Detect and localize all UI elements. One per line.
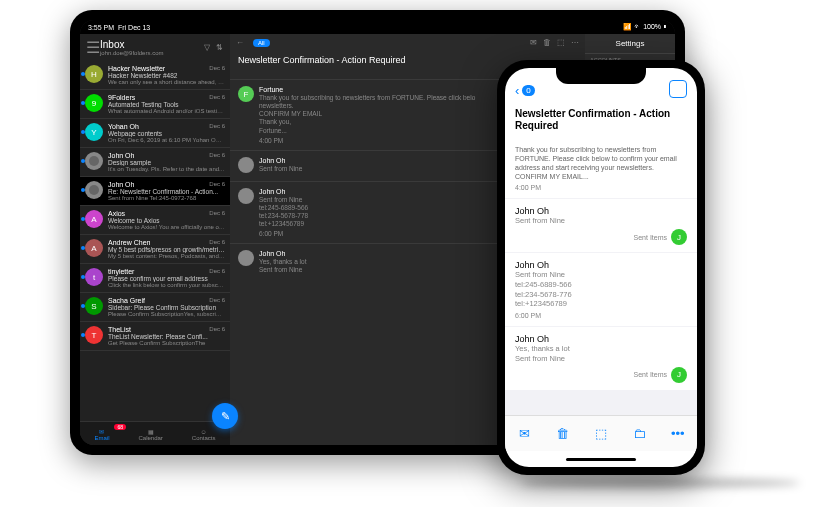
trash-icon[interactable]: 🗑 xyxy=(555,426,571,442)
account-email: john.doe@9folders.com xyxy=(100,50,204,56)
back-icon[interactable]: ← xyxy=(236,38,244,47)
chat-icon[interactable] xyxy=(669,80,687,98)
mail-icon[interactable]: ✉ xyxy=(530,38,537,47)
email-item[interactable]: A AxiosDec 6 Welcome to AxiosWelcome to … xyxy=(80,206,230,235)
tab-calendar[interactable]: ▦Calendar xyxy=(138,428,162,441)
more-icon[interactable]: ••• xyxy=(670,426,686,442)
email-item[interactable]: t tinyletterDec 6 Please confirm your em… xyxy=(80,264,230,293)
all-chip[interactable]: All xyxy=(253,39,270,47)
tab-email[interactable]: ✉68Email xyxy=(94,428,109,441)
settings-title: Settings xyxy=(585,34,675,54)
phone-message-list[interactable]: Thank you for subscribing to newsletters… xyxy=(505,138,697,415)
phone-message-card[interactable]: Thank you for subscribing to newsletters… xyxy=(505,138,697,198)
email-item[interactable]: John OhDec 6 Design sampleIt's on Tuesda… xyxy=(80,148,230,177)
email-item[interactable]: Y Yohan OhDec 6 Webpage contentsOn Fri, … xyxy=(80,119,230,148)
inbox-title: Inbox xyxy=(100,39,204,50)
phone-message-card[interactable]: John Oh Sent from Ninetel:245-6889-566te… xyxy=(505,253,697,326)
status-bar: 3:55 PM Fri Dec 13 📶 ᯤ 100% ▮ xyxy=(80,20,675,34)
email-item[interactable]: A Andrew ChenDec 6 My 5 best pdfs/presos… xyxy=(80,235,230,264)
back-button[interactable]: ‹0 xyxy=(515,83,535,98)
email-list[interactable]: H Hacker NewsletterDec 6 Hacker Newslett… xyxy=(80,61,230,421)
notch xyxy=(556,68,646,84)
status-time: 3:55 PM xyxy=(88,24,114,31)
thread-toolbar: ← All ✉ 🗑 ⬚ ⋯ xyxy=(230,34,585,51)
sidebar: ☰ Inbox john.doe@9folders.com ▽ ⇅ H Hack… xyxy=(80,34,230,445)
trash-icon[interactable]: 🗑 xyxy=(543,38,551,47)
home-indicator[interactable] xyxy=(505,451,697,467)
status-right: 📶 ᯤ 100% ▮ xyxy=(623,23,667,31)
archive-icon[interactable]: ⬚ xyxy=(593,426,609,442)
status-date: Fri Dec 13 xyxy=(118,24,150,31)
envelope-icon[interactable]: ✉ xyxy=(516,426,532,442)
bottom-tabs: ✉68Email ▦Calendar ☺Contacts xyxy=(80,421,230,445)
compose-fab[interactable]: ✎ xyxy=(212,403,238,429)
phone-message-card[interactable]: John Oh Yes, thanks a lotSent from Nine … xyxy=(505,327,697,390)
more-icon[interactable]: ⋯ xyxy=(571,38,579,47)
filter-icon[interactable]: ▽ xyxy=(204,43,212,52)
phone-toolbar: ✉ 🗑 ⬚ 🗀 ••• xyxy=(505,415,697,451)
email-item[interactable]: H Hacker NewsletterDec 6 Hacker Newslett… xyxy=(80,61,230,90)
folder-icon[interactable]: 🗀 xyxy=(631,426,647,442)
email-item[interactable]: 9 9FoldersDec 6 Automated Testing ToolsW… xyxy=(80,90,230,119)
iphone-screen: ‹0 Newsletter Confirmation - Action Requ… xyxy=(505,68,697,467)
email-item[interactable]: S Sacha GreifDec 6 Sidebar: Please Confi… xyxy=(80,293,230,322)
iphone-device: ‹0 Newsletter Confirmation - Action Requ… xyxy=(497,60,705,475)
phone-thread-title: Newsletter Confirmation - Action Require… xyxy=(505,102,697,138)
email-item[interactable]: John OhDec 6 Re: Newsletter Confirmation… xyxy=(80,177,230,206)
sidebar-header: ☰ Inbox john.doe@9folders.com ▽ ⇅ xyxy=(80,34,230,61)
phone-message-card[interactable]: John Oh Sent from Nine Sent ItemsJ xyxy=(505,199,697,252)
tab-contacts[interactable]: ☺Contacts xyxy=(192,429,216,441)
menu-icon[interactable]: ☰ xyxy=(86,38,96,57)
archive-icon[interactable]: ⬚ xyxy=(557,38,565,47)
email-item[interactable]: T TheListDec 6 TheList Newsletter: Pleas… xyxy=(80,322,230,351)
sort-icon[interactable]: ⇅ xyxy=(216,43,224,52)
